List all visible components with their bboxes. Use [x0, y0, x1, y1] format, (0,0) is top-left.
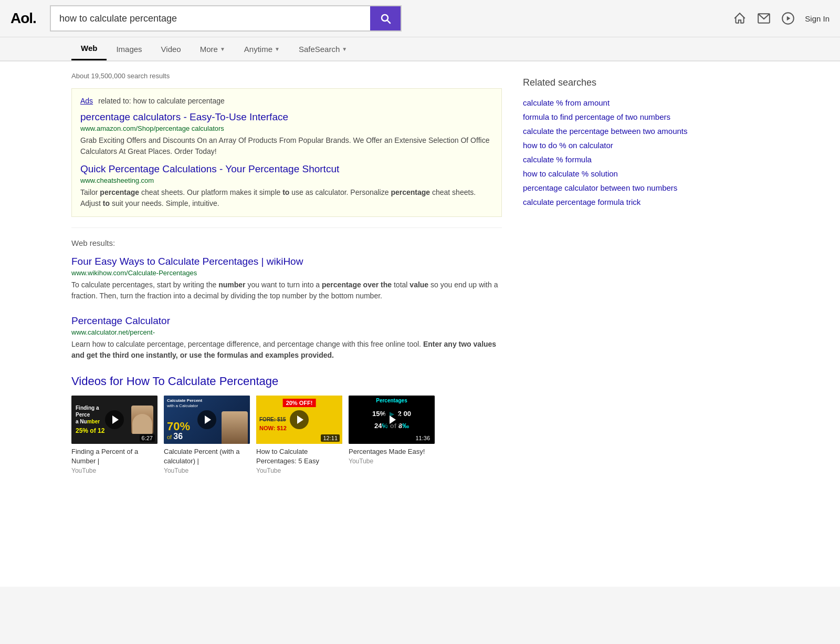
header: Aol. Sign In — [0, 0, 840, 37]
web-url-2: www.calculator.net/percent- — [71, 328, 502, 336]
related-link-1[interactable]: calculate % from amount — [523, 96, 722, 110]
svg-marker-2 — [787, 16, 791, 21]
web-url-1: www.wikihow.com/Calculate-Percentages — [71, 269, 502, 277]
related-link-4[interactable]: how to do % on calculator — [523, 138, 722, 152]
ad-desc-2: Tailor percentage cheat sheets. Our plat… — [80, 187, 493, 209]
video-title-2: Calculate Percent (with a calculator) | — [164, 447, 250, 466]
main-content: About 19,500,000 search results Ads rela… — [0, 61, 840, 587]
play-icon-4 — [382, 410, 401, 429]
related-link-2[interactable]: formula to find percentage of two number… — [523, 110, 722, 124]
mail-icon[interactable] — [757, 11, 771, 26]
sidebar: Related searches calculate % from amount… — [523, 72, 722, 566]
aol-logo: Aol. — [10, 10, 36, 27]
ads-label[interactable]: Ads — [80, 97, 93, 105]
search-bar — [50, 5, 402, 32]
video-card-1[interactable]: Finding a Perce a Number 25% of 12 — [71, 396, 158, 474]
search-button[interactable] — [370, 6, 401, 30]
play-icon-2 — [197, 410, 216, 429]
video-card-4[interactable]: Percentages 15% ▶ 2 00 24% of 8‰ 11:36 P… — [349, 396, 435, 474]
videos-grid: Finding a Perce a Number 25% of 12 — [71, 396, 502, 474]
video-card-2[interactable]: Calculate Percent with a Calculator 70% … — [164, 396, 250, 474]
video-source-3: YouTube — [256, 467, 342, 474]
search-results: About 19,500,000 search results Ads rela… — [71, 72, 502, 566]
video-source-1: YouTube — [71, 467, 158, 474]
web-result-2: Percentage Calculator www.calculator.net… — [71, 315, 502, 361]
nav-item-video[interactable]: Video — [152, 38, 191, 60]
video-title-4: Percentages Made Easy! — [349, 447, 435, 456]
video-source-2: YouTube — [164, 467, 250, 474]
video-source-4: YouTube — [349, 458, 435, 465]
ads-related-text: related to: how to calculate percentage — [98, 97, 225, 105]
nav-item-images[interactable]: Images — [107, 38, 151, 60]
video-thumb-3: 20% OFF! FORE: $15 NOW: $12 12:11 — [256, 396, 342, 444]
web-title-2[interactable]: Percentage Calculator — [71, 315, 502, 327]
ad-title-1[interactable]: percentage calculators - Easy-To-Use Int… — [80, 111, 493, 123]
home-icon[interactable] — [732, 11, 747, 26]
results-count: About 19,500,000 search results — [71, 72, 502, 80]
nav-bar: Web Images Video More ▼ Anytime ▼ SafeSe… — [0, 37, 840, 61]
anytime-chevron-icon: ▼ — [275, 46, 280, 52]
video-title-1: Finding a Percent of a Number | — [71, 447, 158, 466]
related-link-7[interactable]: percentage calculator between two number… — [523, 181, 722, 195]
search-icon — [379, 12, 392, 25]
related-link-5[interactable]: calculate % formula — [523, 152, 722, 167]
related-link-6[interactable]: how to calculate % solution — [523, 167, 722, 181]
nav-item-web[interactable]: Web — [71, 37, 107, 60]
related-link-8[interactable]: calculate percentage formula trick — [523, 195, 722, 209]
web-results-label: Web results: — [71, 238, 502, 247]
header-icons: Sign In — [732, 11, 830, 26]
video-section-title[interactable]: Videos for How To Calculate Percentage — [71, 375, 502, 388]
ad-url-1: www.amazon.com/Shop/percentage calculato… — [80, 124, 493, 132]
video-title-3: How to Calculate Percentages: 5 Easy — [256, 447, 342, 466]
ads-section: Ads related to: how to calculate percent… — [71, 88, 502, 217]
ad-url-2: www.cheatsheeting.com — [80, 176, 493, 184]
video-thumb-1: Finding a Perce a Number 25% of 12 — [71, 396, 158, 444]
nav-item-anytime[interactable]: Anytime ▼ — [235, 38, 289, 60]
section-divider — [71, 227, 502, 228]
safesearch-chevron-icon: ▼ — [342, 46, 347, 52]
video-duration-3: 12:11 — [321, 434, 340, 442]
web-desc-1: To calculate percentages, start by writi… — [71, 279, 502, 302]
play-icon-1 — [105, 410, 124, 429]
ad-result-1: percentage calculators - Easy-To-Use Int… — [80, 111, 493, 157]
video-card-3[interactable]: 20% OFF! FORE: $15 NOW: $12 12:11 — [256, 396, 342, 474]
sign-in-button[interactable]: Sign In — [805, 14, 830, 23]
ad-title-2[interactable]: Quick Percentage Calculations - Your Per… — [80, 163, 493, 175]
more-chevron-icon: ▼ — [220, 46, 225, 52]
ad-result-2: Quick Percentage Calculations - Your Per… — [80, 163, 493, 209]
video-thumb-2: Calculate Percent with a Calculator 70% … — [164, 396, 250, 444]
video-section: Videos for How To Calculate Percentage F… — [71, 375, 502, 474]
ad-desc-1: Grab Exciting Offers and Discounts On an… — [80, 135, 493, 157]
play-icon-3 — [290, 410, 309, 429]
video-duration-4: 11:36 — [413, 434, 432, 442]
web-title-1[interactable]: Four Easy Ways to Calculate Percentages … — [71, 256, 502, 267]
nav-item-safesearch[interactable]: SafeSearch ▼ — [289, 38, 356, 60]
search-input[interactable] — [51, 6, 370, 30]
web-result-1: Four Easy Ways to Calculate Percentages … — [71, 256, 502, 302]
video-icon[interactable] — [781, 11, 795, 26]
related-link-3[interactable]: calculate the percentage between two amo… — [523, 124, 722, 138]
nav-item-more[interactable]: More ▼ — [191, 38, 235, 60]
video-thumb-4: Percentages 15% ▶ 2 00 24% of 8‰ 11:36 — [349, 396, 435, 444]
web-desc-2: Learn how to calculate percentage, perce… — [71, 339, 502, 361]
related-searches-title: Related searches — [523, 77, 722, 88]
